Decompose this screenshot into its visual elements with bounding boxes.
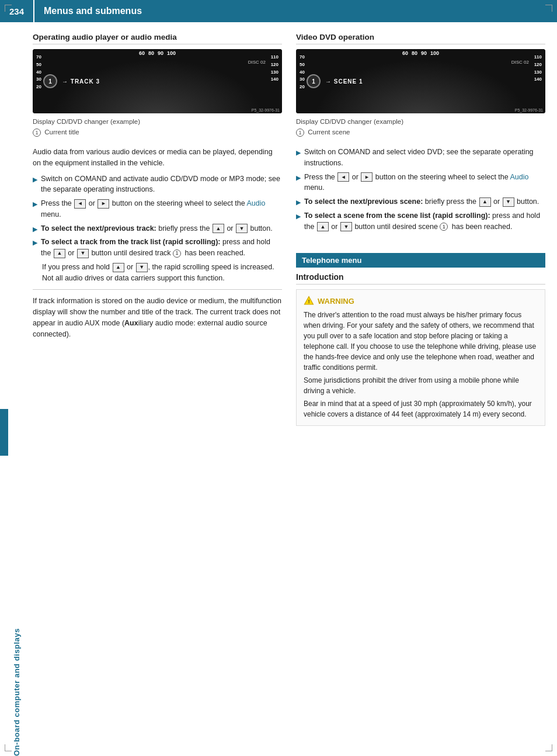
right-caption-line2: 1 Current scene (296, 127, 545, 137)
right-bullet-arrow-2: ▶ (296, 173, 301, 194)
disc-label-left: DISC 02 (248, 60, 266, 65)
p5-label-right: P5_32-9976-31 (515, 108, 543, 112)
btn-up3-left: ▲ (113, 263, 124, 272)
corner-mark-tl (5, 5, 12, 12)
left-gauge-nums-right: 7050403020 (300, 54, 305, 91)
right-column: Video DVD operation 7050403020 608090100… (296, 33, 545, 426)
bullet-arrow-4: ▶ (33, 238, 37, 259)
corner-mark-br (545, 744, 552, 751)
caption-circle-right: 1 (296, 129, 304, 137)
right-bullet-2: ▶ Press the ◄ or ► button on the steerin… (296, 172, 545, 194)
warning-para-3: Bear in mind that at a speed of just 30 … (304, 398, 538, 419)
left-bullet-4: ▶ To select a track from the track list … (33, 237, 282, 259)
btn-prev-left: ◄ (74, 199, 86, 209)
btn-prev-right: ◄ (337, 172, 349, 182)
warning-box: ! WARNING The driver's attention to the … (296, 289, 545, 426)
bullet-text-3: To select the next/previous track: brief… (41, 223, 282, 234)
right-gauge-nums-right: 110120130140 (534, 54, 542, 84)
btn-up-right: ▲ (479, 197, 491, 207)
right-caption-line1: Display CD/DVD changer (example) (296, 117, 545, 126)
bullet-text-2: Press the ◄ or ► button on the steering … (41, 198, 282, 220)
p5-label-left: P5_32-9976-31 (252, 108, 280, 112)
right-bullet-arrow-4: ▶ (296, 211, 301, 233)
bullet-text-1: Switch on COMAND and activate audio CD/D… (41, 174, 282, 196)
right-dash-image: 7050403020 608090100 110120130140 DISC 0… (296, 49, 545, 113)
btn-up-left: ▲ (213, 224, 224, 233)
warning-title: ! WARNING (304, 296, 538, 306)
telephone-header: Telephone menu (296, 253, 545, 268)
warning-text: The driver's attention to the road must … (304, 310, 538, 419)
warning-para-2: Some jurisdictions prohibit the driver f… (304, 375, 538, 396)
track-label-right: → SCENE 1 (325, 78, 363, 85)
top-center-nums-left: 608090100 (139, 50, 176, 56)
btn-next-left: ► (98, 199, 109, 209)
warning-icon: ! (304, 296, 314, 306)
track-label-left: → TRACK 3 (62, 78, 100, 85)
page-header: 234 Menus and submenus (0, 0, 557, 22)
right-bullet-3: ▶ To select the next/previous scene: bri… (296, 196, 545, 207)
circle-1-left: 1 (43, 74, 57, 88)
left-gauge-nums: 7050403020 (36, 54, 41, 91)
left-caption-line2: 1 Current title (33, 127, 282, 137)
svg-text:!: ! (308, 299, 310, 304)
btn-down3-left: ▼ (136, 263, 148, 272)
btn-down-right: ▼ (503, 197, 514, 207)
disc-label-right: DISC 02 (511, 60, 529, 65)
right-section-title: Video DVD operation (296, 33, 545, 44)
telephone-section: Telephone menu Introduction ! WARNING Th… (296, 253, 545, 426)
left-caption-line1: Display CD/DVD changer (example) (33, 117, 282, 126)
right-bullet-text-4: To select a scene from the scene list (r… (304, 210, 545, 233)
page-title: Menus and submenus (44, 6, 142, 16)
intro-title: Introduction (296, 272, 545, 285)
sidebar-label: On-board computer and displays (8, 53, 25, 756)
caption-circle-left: 1 (33, 129, 41, 137)
warning-para-1: The driver's attention to the road must … (304, 310, 538, 373)
left-bullet-3: ▶ To select the next/previous track: bri… (33, 223, 282, 234)
main-content: Operating audio player or audio media 70… (25, 22, 557, 436)
btn-next-right: ► (361, 172, 373, 182)
right-bullet-text-3: To select the next/previous scene: brief… (304, 196, 545, 207)
section-divider-left (33, 289, 282, 290)
right-gauge-nums-left: 110120130140 (271, 54, 278, 84)
right-bullet-text-2: Press the ◄ or ► button on the steering … (304, 172, 545, 194)
left-section-title: Operating audio player or audio media (33, 33, 282, 44)
left-dash-image: 7050403020 608090100 110120130140 DISC 0… (33, 49, 282, 113)
sidebar-accent (0, 409, 8, 456)
bullet-arrow-2: ▶ (33, 199, 37, 220)
top-center-nums-right: 608090100 (402, 50, 439, 56)
btn-up2-right: ▲ (317, 222, 329, 231)
left-column: Operating audio player or audio media 70… (33, 33, 282, 426)
corner-mark-tr (545, 5, 552, 12)
right-bullet-arrow-1: ▶ (296, 148, 301, 169)
right-bullet-4: ▶ To select a scene from the scene list … (296, 210, 545, 233)
btn-up2-left: ▲ (54, 249, 65, 258)
right-bullet-text-1: Switch on COMAND and select video DVD; s… (304, 147, 545, 169)
btn-down2-left: ▼ (77, 249, 89, 258)
right-bullet-arrow-3: ▶ (296, 197, 301, 207)
left-extra-para: If you press and hold ▲ or ▼, the rapid … (42, 262, 282, 284)
btn-down2-right: ▼ (340, 222, 352, 231)
two-col-layout: Operating audio player or audio media 70… (33, 33, 545, 426)
left-bullet-2: ▶ Press the ◄ or ► button on the steerin… (33, 198, 282, 220)
right-bullet-1: ▶ Switch on COMAND and select video DVD;… (296, 147, 545, 169)
bullet-arrow-3: ▶ (33, 224, 37, 234)
left-body-text: Audio data from various audio devices or… (33, 147, 282, 169)
left-bullet-1: ▶ Switch on COMAND and activate audio CD… (33, 174, 282, 196)
btn-down-left: ▼ (236, 224, 248, 233)
left-footer-text: If track information is stored on the au… (33, 296, 282, 339)
bullet-arrow-1: ▶ (33, 175, 37, 196)
page-number: 234 (9, 0, 34, 22)
bullet-text-4: To select a track from the track list (r… (41, 237, 282, 259)
circle-1-right: 1 (307, 74, 321, 88)
